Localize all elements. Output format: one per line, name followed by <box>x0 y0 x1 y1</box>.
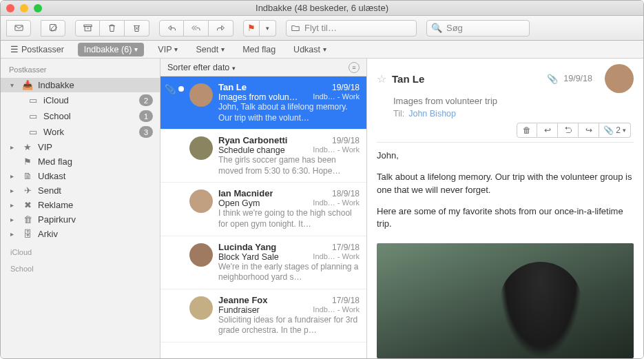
move-to-placeholder: Flyt til… <box>304 23 337 33</box>
attachment-icon: 📎 <box>165 84 173 123</box>
disclosure-icon[interactable]: ▸ <box>10 172 17 180</box>
sidebar-item-label: iCloud <box>43 95 135 105</box>
msg-preview: We're in the early stages of planning a … <box>218 262 360 283</box>
msg-subject: Block Yard Sale <box>218 252 310 262</box>
trash-icon: 🗑 <box>21 214 34 225</box>
vip-star-icon[interactable]: ☆ <box>377 72 386 85</box>
msg-date: 18/9/18 <box>332 189 360 198</box>
chevron-down-icon: ▾ <box>232 65 236 72</box>
sort-button[interactable]: Sorter efter dato ▾ <box>167 63 236 72</box>
msg-subject: Images from volun… <box>218 92 310 102</box>
content-area: Postkasser ▾ 📥 Indbakke ▭ iCloud 2 ▭ Sch… <box>1 59 643 358</box>
attached-image[interactable] <box>377 243 634 358</box>
fav-flagged[interactable]: Med flag <box>238 43 280 56</box>
search-field[interactable]: 🔍 Søg <box>426 20 530 37</box>
to-name[interactable]: John Bishop <box>408 109 456 119</box>
attachment-icon: 📎 <box>547 74 558 84</box>
fav-inbox[interactable]: Indbakke (6) ▾ <box>78 43 144 57</box>
disclosure-icon[interactable]: ▸ <box>10 230 17 238</box>
msg-mailbox: Indb… - Work <box>313 92 360 102</box>
reader-attachments-button[interactable]: 📎 2 ▾ <box>599 123 631 138</box>
avatar <box>189 136 213 160</box>
message-row[interactable]: 📎 Jeanne Fox17/9/18 FundraiserIndb… - Wo… <box>160 289 366 342</box>
toolbar: ⚑ ▾ Flyt til… 🔍 Søg <box>1 16 643 41</box>
chevron-down-icon: ▾ <box>323 45 326 53</box>
tray-icon: ▭ <box>27 111 39 121</box>
message-row[interactable]: 📎 Tan Le19/9/18 Images from volun…Indb… … <box>160 76 366 130</box>
chevron-down-icon: ▾ <box>174 45 178 53</box>
flag-button[interactable]: ⚑ <box>243 20 260 37</box>
delete-button[interactable] <box>100 20 125 37</box>
msg-subject: Schedule change <box>218 145 310 155</box>
reply-button[interactable] <box>159 20 184 37</box>
mailboxes-toggle[interactable]: ☰ Postkasser <box>6 43 68 56</box>
msg-subject: Open Gym <box>218 198 310 208</box>
reply-all-button[interactable] <box>184 20 209 37</box>
paperplane-icon: ✈ <box>21 185 34 196</box>
compose-button[interactable] <box>41 20 65 37</box>
fav-inbox-label: Indbakke (6) <box>84 45 132 54</box>
unread-dot <box>178 86 184 92</box>
reader-forward-button[interactable]: ↪ <box>579 123 599 138</box>
sidebar-item-school[interactable]: ▭ School 1 <box>1 108 160 124</box>
archive-button[interactable] <box>75 20 100 37</box>
fav-sent[interactable]: Sendt▾ <box>191 43 229 56</box>
flag-menu-button[interactable]: ▾ <box>260 20 276 37</box>
tray-icon: ▭ <box>27 127 39 137</box>
reader-reply-all-button[interactable]: ⮌ <box>558 123 579 138</box>
sidebar-account-icloud[interactable]: iCloud <box>1 241 160 258</box>
forward-button[interactable] <box>209 20 233 37</box>
mail-window: Indbakke (48 beskeder, 6 ulæste) ⚑ ▾ Fly… <box>0 0 644 359</box>
sidebar-item-archive[interactable]: ▸ 🗄 Arkiv <box>1 227 160 241</box>
message-row[interactable]: 📎 Ian Macnider18/9/18 Open GymIndb… - Wo… <box>160 183 366 236</box>
sidebar-item-trash[interactable]: ▸ 🗑 Papirkurv <box>1 212 160 227</box>
search-icon: 🔍 <box>431 23 442 33</box>
sidebar-item-sent[interactable]: ▸ ✈ Sendt <box>1 183 160 198</box>
fav-vip[interactable]: VIP▾ <box>154 43 182 56</box>
sidebar-account-school[interactable]: School <box>1 258 160 274</box>
sidebar-header: Postkasser <box>1 63 160 78</box>
messages-container: 📎 Tan Le19/9/18 Images from volun…Indb… … <box>160 76 366 358</box>
attach-count: 2 <box>616 125 621 135</box>
sidebar-item-icloud[interactable]: ▭ iCloud 2 <box>1 92 160 108</box>
sidebar-item-vip[interactable]: ▸ ★ VIP <box>1 140 160 154</box>
flag-icon: ⚑ <box>21 156 34 167</box>
message-row[interactable]: 📎 Lucinda Yang17/9/18 Block Yard SaleInd… <box>160 236 366 289</box>
sidebar-item-label: Arkiv <box>38 229 153 239</box>
sidebar-item-flagged[interactable]: ⚑ Med flag <box>1 154 160 169</box>
move-to-field[interactable]: Flyt til… <box>286 20 417 37</box>
minimize-window-button[interactable] <box>20 4 28 12</box>
disclosure-icon[interactable]: ▸ <box>10 201 17 209</box>
zoom-window-button[interactable] <box>34 4 42 12</box>
sidebar-item-work[interactable]: ▭ Work 3 <box>1 124 160 140</box>
msg-from: Ian Macnider <box>218 188 273 198</box>
window-title: Indbakke (48 beskeder, 6 ulæste) <box>1 3 643 13</box>
inbox-icon: 📥 <box>21 80 34 90</box>
avatar <box>189 243 213 267</box>
disclosure-icon[interactable]: ▸ <box>10 187 17 194</box>
msg-mailbox: Indb… - Work <box>313 145 360 155</box>
svg-rect-3 <box>85 27 91 31</box>
fav-drafts[interactable]: Udkast▾ <box>289 43 331 56</box>
junk-button[interactable] <box>125 20 149 37</box>
favorites-bar: ☰ Postkasser Indbakke (6) ▾ VIP▾ Sendt▾ … <box>1 41 643 59</box>
disclosure-icon[interactable]: ▾ <box>10 81 17 89</box>
close-window-button[interactable] <box>6 4 14 12</box>
disclosure-icon[interactable]: ▸ <box>10 216 17 223</box>
traffic-lights <box>6 4 42 12</box>
reader-date: 19/9/18 <box>563 74 592 83</box>
msg-mailbox: Indb… - Work <box>313 198 360 208</box>
reader-reply-button[interactable]: ↩ <box>537 123 558 138</box>
document-icon: 🗎 <box>21 171 34 181</box>
disclosure-icon[interactable]: ▸ <box>10 143 17 151</box>
search-placeholder: Søg <box>446 23 463 33</box>
sidebar-item-inbox[interactable]: ▾ 📥 Indbakke <box>1 78 160 92</box>
filter-button[interactable]: ≡ <box>349 62 360 73</box>
message-row[interactable]: 📎 Ryan Carbonetti19/9/18 Schedule change… <box>160 130 366 183</box>
get-mail-button[interactable] <box>6 20 31 37</box>
reader-delete-button[interactable]: 🗑 <box>517 123 537 138</box>
reader-pane: ☆ Tan Le 📎 19/9/18 Images from volunteer… <box>367 59 643 358</box>
sidebar-item-label: School <box>43 111 135 121</box>
sidebar-item-junk[interactable]: ▸ ✖ Reklame <box>1 198 160 212</box>
sidebar-item-drafts[interactable]: ▸ 🗎 Udkast <box>1 169 160 183</box>
